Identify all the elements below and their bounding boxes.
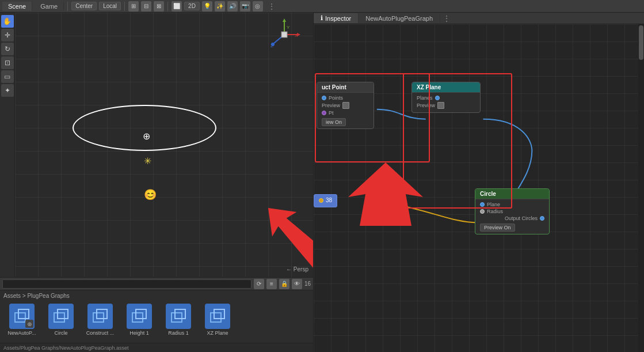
svg-rect-11	[15, 313, 25, 322]
layout-icon-2[interactable]: ⊟	[141, 1, 151, 12]
rotate-tool[interactable]: ↻	[1, 43, 14, 55]
node-construct-point[interactable]: uct Point Points Preview Pt iew On	[317, 82, 374, 129]
tab-inspector[interactable]: ℹ Inspector	[314, 13, 359, 23]
asset-item-xzplane[interactable]: XZ Plane	[200, 304, 235, 336]
main-layout: ✋ ✛ ↻ ⊡ ▭ ✦	[0, 13, 644, 352]
svg-marker-1	[283, 18, 286, 22]
asset-icon-construct	[87, 304, 113, 329]
node-number[interactable]: 38	[314, 194, 337, 207]
fx-icon[interactable]: ✨	[215, 1, 225, 12]
xz-plane-planes-port	[435, 96, 440, 100]
gizmo[interactable]: Y X Z	[267, 17, 302, 52]
xz-plane-body: Planes Preview	[412, 93, 480, 112]
svg-text:Z: Z	[270, 43, 273, 48]
construct-point-body: Points Preview Pt iew On	[317, 93, 374, 128]
circle-plane-label: Plane	[487, 202, 500, 207]
xz-preview-toggle[interactable]	[437, 102, 444, 109]
xz-plane-header: XZ Plane	[412, 82, 480, 93]
mode-2d-btn[interactable]: 2D	[184, 2, 200, 10]
status-bar: Assets/PlugPea Graphs/NewAutoPlugPeaGrap…	[0, 343, 313, 352]
svg-rect-19	[172, 313, 182, 322]
circle-plane-row: Plane	[480, 202, 544, 207]
asset-icon-newautop: ◎	[9, 304, 35, 329]
construct-point-points-row: Points	[322, 95, 369, 101]
hand-tool[interactable]: ✋	[1, 15, 14, 28]
number-port	[319, 198, 323, 203]
svg-text:Y: Y	[287, 25, 290, 30]
node-xz-plane[interactable]: XZ Plane Planes Preview	[411, 82, 481, 113]
audio-icon[interactable]: 🔊	[227, 1, 238, 12]
graph-label: NewAutoPlugPeaGraph	[365, 15, 433, 22]
right-scrollbar[interactable]	[638, 24, 644, 352]
scale-tool[interactable]: ⊡	[1, 56, 14, 69]
asset-item-construct[interactable]: Construct ...	[83, 304, 117, 336]
construct-point-preview-row: Preview	[322, 102, 369, 109]
inspector-icon: ℹ	[321, 14, 323, 22]
svg-rect-16	[97, 309, 107, 319]
svg-rect-17	[132, 313, 143, 322]
svg-rect-13	[54, 313, 64, 322]
cam-icon[interactable]: 📷	[240, 1, 250, 12]
asset-badge-newautop: ◎	[25, 320, 33, 328]
asset-label-newautop: NewAutoP...	[8, 330, 36, 336]
asset-icon-radius1	[166, 304, 191, 329]
viewport-circle	[73, 105, 216, 151]
scene-viewport[interactable]: Y X Z ← Persp ⊕ ✳ 😊	[15, 13, 313, 277]
asset-label-radius1: Radius 1	[168, 330, 189, 336]
preview-toggle[interactable]	[342, 102, 349, 109]
construct-point-pt-row: Pt	[322, 110, 369, 116]
rect-tool[interactable]: ▭	[1, 70, 14, 83]
svg-rect-20	[175, 309, 185, 319]
center-btn[interactable]: Center	[71, 2, 97, 10]
red-arrow	[268, 191, 313, 277]
toolbar-dots-menu[interactable]: ⋮	[265, 2, 278, 11]
construct-point-viewon-btn[interactable]: iew On	[322, 118, 346, 126]
assets-toolbar: ⟳ ≡ 🔒 👁 16	[0, 278, 313, 290]
local-btn[interactable]: Local	[99, 2, 121, 10]
move-tool[interactable]: ✛	[1, 29, 14, 41]
construct-point-points-label: Points	[329, 95, 343, 101]
circle-output-row: Output Circles	[480, 215, 544, 221]
tab-game[interactable]: Game	[35, 2, 64, 11]
gizmo-icon[interactable]: ◎	[253, 1, 263, 12]
circle-radius-row: Radius	[480, 209, 544, 214]
node-circle[interactable]: Circle Plane Radius Output Circles Previ	[475, 188, 550, 234]
light-icon[interactable]: 💡	[202, 1, 212, 12]
rect-icon[interactable]: ⬜	[172, 1, 182, 12]
circle-header: Circle	[475, 189, 549, 199]
lock-icon[interactable]: 🔒	[279, 279, 289, 289]
circle-plane-port	[480, 202, 485, 207]
construct-point-preview-label: Preview	[322, 103, 340, 108]
refresh-icon[interactable]: ⟳	[254, 279, 264, 289]
right-tabs-dots[interactable]: ⋮	[440, 14, 453, 23]
layout-icon-1[interactable]: ⊞	[128, 1, 139, 12]
tab-graph[interactable]: NewAutoPlugPeaGraph	[359, 14, 440, 23]
circle-output-label: Output Circles	[505, 215, 538, 221]
asset-item-radius1[interactable]: Radius 1	[161, 304, 196, 336]
tab-scene[interactable]: Scene	[2, 2, 32, 11]
circle-radius-port	[480, 209, 485, 214]
circle-preview-btn[interactable]: Preview On	[480, 224, 515, 232]
construct-point-pt-label: Pt	[329, 110, 334, 116]
filter-icon[interactable]: ≡	[266, 279, 277, 289]
xz-plane-preview-row: Preview	[417, 102, 475, 109]
svg-rect-14	[58, 309, 68, 319]
toolbar-sep-1	[67, 2, 68, 11]
transform-tool[interactable]: ✦	[1, 84, 14, 97]
eye-icon[interactable]: 👁	[292, 279, 302, 289]
asset-label-height1: Height 1	[129, 330, 149, 336]
asset-icon-height1	[127, 304, 152, 329]
toolbar-sep-3	[167, 2, 168, 11]
asset-item-newautop[interactable]: ◎ NewAutoP...	[5, 304, 39, 336]
layout-icon-3[interactable]: ⊠	[154, 1, 164, 12]
number-value: 38	[326, 197, 332, 203]
asset-item-circle[interactable]: Circle	[44, 304, 78, 336]
circle-output-port	[540, 216, 544, 221]
construct-point-pt-port	[322, 111, 326, 115]
svg-rect-15	[93, 313, 104, 322]
search-input[interactable]	[2, 279, 251, 289]
assets-grid: ◎ NewAutoP... Circle	[0, 301, 313, 343]
node-graph[interactable]: uct Point Points Preview Pt iew On	[314, 24, 644, 352]
svg-rect-22	[214, 309, 224, 319]
asset-item-height1[interactable]: Height 1	[122, 304, 157, 336]
